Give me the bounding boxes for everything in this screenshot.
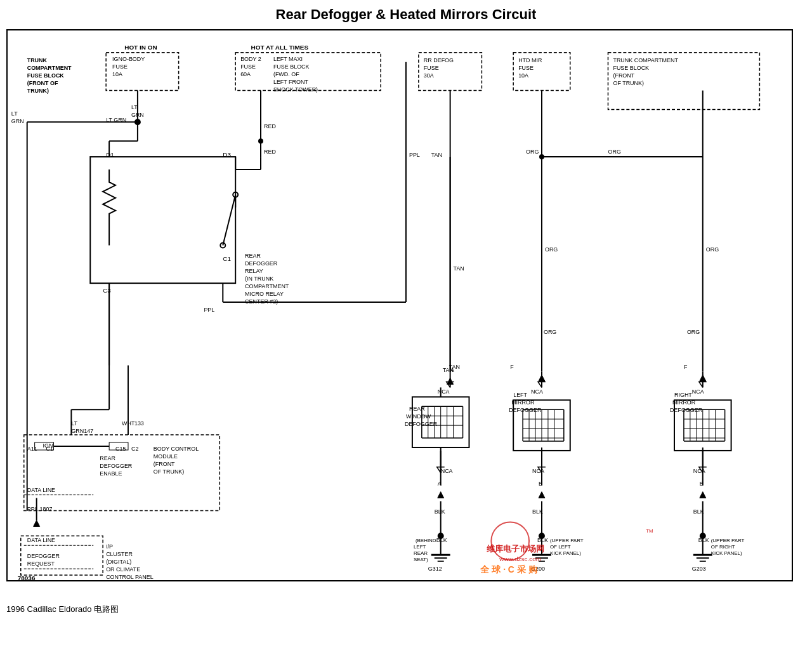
svg-text:78036: 78036 bbox=[18, 574, 36, 580]
svg-text:TAN: TAN bbox=[443, 367, 454, 373]
svg-text:FUSE BLOCK: FUSE BLOCK bbox=[27, 72, 65, 79]
svg-point-236 bbox=[491, 522, 529, 560]
svg-text:LT GRN: LT GRN bbox=[106, 117, 126, 123]
svg-text:KICK PANEL): KICK PANEL) bbox=[711, 550, 742, 556]
svg-text:SEAT): SEAT) bbox=[414, 557, 428, 562]
svg-text:OR CLIMATE: OR CLIMATE bbox=[106, 566, 140, 573]
svg-text:COMPARTMENT: COMPARTMENT bbox=[245, 283, 289, 289]
svg-text:(UPPER PART: (UPPER PART bbox=[711, 538, 745, 543]
svg-text:DEFOGGER: DEFOGGER bbox=[27, 553, 60, 559]
svg-text:NCA: NCA bbox=[441, 468, 453, 474]
svg-text:C1: C1 bbox=[223, 255, 231, 262]
svg-text:MIRROR: MIRROR bbox=[511, 399, 535, 406]
svg-text:FUSE: FUSE bbox=[424, 65, 439, 71]
svg-text:C2: C2 bbox=[131, 446, 138, 452]
svg-text:维库电子市场网: 维库电子市场网 bbox=[487, 544, 544, 554]
svg-text:BLK: BLK bbox=[698, 537, 709, 543]
svg-text:(BEHIND: (BEHIND bbox=[416, 538, 436, 543]
svg-text:G312: G312 bbox=[428, 566, 442, 572]
svg-text:FUSE: FUSE bbox=[112, 63, 128, 70]
svg-text:RED: RED bbox=[264, 123, 276, 129]
svg-text:BLK: BLK bbox=[537, 537, 548, 543]
svg-text:NCA: NCA bbox=[692, 388, 704, 395]
svg-text:(UPPER PART: (UPPER PART bbox=[550, 538, 584, 543]
svg-text:CENTER #2): CENTER #2) bbox=[245, 298, 278, 305]
svg-text:(FRONT: (FRONT bbox=[613, 72, 634, 79]
svg-text:I/P: I/P bbox=[106, 543, 113, 550]
diagram-title: Rear Defogger & Heated Mirrors Circuit bbox=[6, 6, 806, 23]
svg-text:PPL: PPL bbox=[204, 307, 214, 313]
svg-text:BLK: BLK bbox=[435, 508, 445, 515]
svg-text:LEFT FRONT: LEFT FRONT bbox=[273, 79, 308, 85]
svg-text:KICK PANEL): KICK PANEL) bbox=[550, 550, 581, 556]
svg-text:HOT IN ON: HOT IN ON bbox=[124, 44, 157, 51]
svg-text:ENABLE: ENABLE bbox=[100, 470, 122, 477]
svg-text:10A: 10A bbox=[112, 71, 122, 77]
svg-text:LEFT MAXI: LEFT MAXI bbox=[273, 56, 303, 62]
svg-text:RED: RED bbox=[264, 149, 276, 155]
svg-text:ORG: ORG bbox=[687, 329, 700, 335]
svg-text:TAN: TAN bbox=[431, 152, 442, 158]
svg-text:(FRONT: (FRONT bbox=[154, 461, 175, 467]
svg-text:DEFOGGER: DEFOGGER bbox=[509, 407, 542, 413]
svg-text:D3: D3 bbox=[223, 151, 231, 158]
svg-text:LT: LT bbox=[131, 104, 138, 110]
svg-text:GRN: GRN bbox=[11, 118, 24, 124]
svg-text:REAR: REAR bbox=[414, 550, 428, 556]
svg-text:RR DEFOG: RR DEFOG bbox=[424, 57, 454, 63]
svg-text:MICRO RELAY: MICRO RELAY bbox=[245, 291, 284, 297]
svg-text:TRUNK): TRUNK) bbox=[27, 88, 49, 94]
svg-text:C1: C1 bbox=[46, 446, 53, 452]
svg-text:133: 133 bbox=[134, 420, 144, 427]
svg-text:147: 147 bbox=[84, 428, 93, 434]
svg-text:REAR: REAR bbox=[100, 455, 115, 461]
svg-text:COMPARTMENT: COMPARTMENT bbox=[27, 65, 72, 71]
svg-text:OF TRUNK): OF TRUNK) bbox=[613, 80, 644, 86]
svg-text:1807: 1807 bbox=[40, 506, 53, 512]
svg-text:E: E bbox=[700, 481, 704, 487]
svg-text:DATA LINE: DATA LINE bbox=[27, 537, 55, 543]
svg-text:TAN: TAN bbox=[454, 265, 464, 272]
svg-text:REAR: REAR bbox=[409, 406, 425, 412]
svg-text:全 球   ·   C  采 购: 全 球 · C 采 购 bbox=[480, 564, 537, 574]
svg-text:LEFT: LEFT bbox=[513, 392, 527, 398]
svg-text:HTD MIR: HTD MIR bbox=[518, 57, 542, 63]
svg-rect-33 bbox=[90, 157, 235, 283]
svg-text:A: A bbox=[438, 481, 442, 487]
svg-text:DATA LINE: DATA LINE bbox=[27, 487, 55, 493]
svg-text:TM: TM bbox=[646, 528, 653, 534]
svg-text:SHOCK TOWER): SHOCK TOWER) bbox=[273, 86, 318, 93]
svg-text:BLK: BLK bbox=[436, 537, 447, 543]
circuit-diagram: HOT IN ON HOT AT ALL TIMES TRUNK COMPART… bbox=[8, 30, 792, 580]
svg-text:30A: 30A bbox=[424, 72, 434, 79]
svg-text:C3: C3 bbox=[103, 287, 111, 294]
svg-text:60A: 60A bbox=[240, 71, 251, 77]
svg-text:FUSE BLOCK: FUSE BLOCK bbox=[613, 65, 649, 71]
svg-text:DEFOGGER: DEFOGGER bbox=[405, 421, 438, 427]
svg-text:BODY 2: BODY 2 bbox=[240, 56, 261, 62]
svg-text:REAR: REAR bbox=[245, 253, 261, 259]
svg-text:F: F bbox=[684, 364, 688, 370]
svg-text:LT: LT bbox=[71, 420, 77, 427]
svg-text:(FRONT OF: (FRONT OF bbox=[27, 80, 58, 86]
svg-text:GRN: GRN bbox=[131, 112, 144, 118]
svg-line-45 bbox=[223, 195, 235, 246]
svg-text:E: E bbox=[539, 481, 542, 487]
svg-text:F: F bbox=[510, 364, 514, 370]
main-window: Rear Defogger & Heated Mirrors Circuit H… bbox=[0, 0, 812, 650]
svg-text:CONTROL PANEL: CONTROL PANEL bbox=[106, 574, 154, 580]
svg-text:CLUSTER: CLUSTER bbox=[106, 551, 133, 557]
svg-text:OF LEFT: OF LEFT bbox=[550, 544, 571, 550]
svg-text:GRN: GRN bbox=[71, 428, 84, 434]
svg-text:C15: C15 bbox=[115, 446, 126, 452]
svg-text:(IN TRUNK: (IN TRUNK bbox=[245, 275, 273, 282]
diagram-container: HOT IN ON HOT AT ALL TIMES TRUNK COMPART… bbox=[6, 29, 793, 581]
svg-text:OF RIGHT: OF RIGHT bbox=[711, 544, 735, 550]
svg-text:MIRROR: MIRROR bbox=[672, 399, 696, 406]
svg-text:(FWD. OF: (FWD. OF bbox=[273, 71, 299, 77]
svg-text:OF TRUNK): OF TRUNK) bbox=[154, 468, 185, 475]
svg-text:FUSE: FUSE bbox=[240, 63, 256, 70]
svg-text:G203: G203 bbox=[692, 566, 706, 572]
footer-text: 1996 Cadillac Eldorado 电路图 bbox=[6, 604, 119, 615]
svg-text:ORG: ORG bbox=[526, 149, 539, 155]
